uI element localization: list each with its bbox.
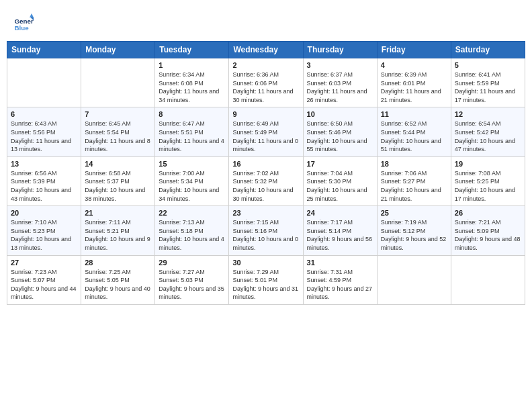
calendar-cell: 8Sunrise: 6:47 AM Sunset: 5:51 PM Daylig… bbox=[155, 107, 229, 156]
day-number: 8 bbox=[159, 110, 225, 118]
weekday-header-saturday: Saturday bbox=[451, 42, 525, 58]
day-number: 22 bbox=[159, 209, 225, 217]
cell-content: Sunrise: 7:02 AM Sunset: 5:32 PM Dayligh… bbox=[232, 169, 299, 203]
calendar-week-row: 6Sunrise: 6:43 AM Sunset: 5:56 PM Daylig… bbox=[7, 107, 525, 156]
day-number: 20 bbox=[11, 209, 77, 217]
cell-content: Sunrise: 6:43 AM Sunset: 5:56 PM Dayligh… bbox=[11, 120, 77, 153]
calendar-cell: 12Sunrise: 6:54 AM Sunset: 5:42 PM Dayli… bbox=[451, 107, 525, 156]
weekday-header-row: SundayMondayTuesdayWednesdayThursdayFrid… bbox=[7, 42, 525, 58]
day-number: 5 bbox=[455, 61, 521, 69]
cell-content: Sunrise: 7:21 AM Sunset: 5:09 PM Dayligh… bbox=[455, 218, 521, 252]
cell-content: Sunrise: 6:50 AM Sunset: 5:46 PM Dayligh… bbox=[307, 120, 373, 153]
cell-content: Sunrise: 7:06 AM Sunset: 5:27 PM Dayligh… bbox=[381, 169, 447, 203]
cell-content: Sunrise: 7:10 AM Sunset: 5:23 PM Dayligh… bbox=[11, 218, 77, 252]
day-number: 28 bbox=[85, 259, 151, 267]
cell-content: Sunrise: 6:58 AM Sunset: 5:37 PM Dayligh… bbox=[85, 169, 151, 203]
calendar-cell: 22Sunrise: 7:13 AM Sunset: 5:18 PM Dayli… bbox=[155, 206, 229, 255]
day-number: 14 bbox=[85, 160, 151, 168]
calendar-week-row: 1Sunrise: 6:34 AM Sunset: 6:08 PM Daylig… bbox=[7, 58, 525, 107]
logo: General Blue bbox=[13, 13, 34, 34]
day-number: 9 bbox=[232, 110, 299, 118]
cell-content: Sunrise: 6:54 AM Sunset: 5:42 PM Dayligh… bbox=[455, 120, 521, 153]
day-number: 11 bbox=[381, 110, 447, 118]
page-header: General Blue bbox=[7, 7, 525, 37]
cell-content: Sunrise: 7:08 AM Sunset: 5:25 PM Dayligh… bbox=[455, 169, 521, 203]
calendar-week-row: 27Sunrise: 7:23 AM Sunset: 5:07 PM Dayli… bbox=[7, 255, 525, 304]
weekday-header-friday: Friday bbox=[377, 42, 451, 58]
calendar-cell bbox=[451, 255, 525, 304]
calendar-cell: 13Sunrise: 6:56 AM Sunset: 5:39 PM Dayli… bbox=[7, 156, 81, 205]
weekday-header-monday: Monday bbox=[81, 42, 155, 58]
day-number: 4 bbox=[381, 61, 447, 69]
calendar-cell: 26Sunrise: 7:21 AM Sunset: 5:09 PM Dayli… bbox=[451, 206, 525, 255]
day-number: 23 bbox=[232, 209, 299, 217]
calendar-cell: 15Sunrise: 7:00 AM Sunset: 5:34 PM Dayli… bbox=[155, 156, 229, 205]
calendar-cell: 30Sunrise: 7:29 AM Sunset: 5:01 PM Dayli… bbox=[229, 255, 303, 304]
day-number: 29 bbox=[159, 259, 225, 267]
day-number: 19 bbox=[455, 160, 521, 168]
day-number: 24 bbox=[307, 209, 373, 217]
cell-content: Sunrise: 6:52 AM Sunset: 5:44 PM Dayligh… bbox=[381, 120, 447, 153]
cell-content: Sunrise: 7:13 AM Sunset: 5:18 PM Dayligh… bbox=[159, 218, 225, 252]
day-number: 25 bbox=[381, 209, 447, 217]
cell-content: Sunrise: 6:34 AM Sunset: 6:08 PM Dayligh… bbox=[159, 71, 225, 104]
calendar-cell: 25Sunrise: 7:19 AM Sunset: 5:12 PM Dayli… bbox=[377, 206, 451, 255]
cell-content: Sunrise: 6:47 AM Sunset: 5:51 PM Dayligh… bbox=[159, 120, 225, 153]
calendar-cell: 2Sunrise: 6:36 AM Sunset: 6:06 PM Daylig… bbox=[229, 58, 303, 107]
calendar-cell: 21Sunrise: 7:11 AM Sunset: 5:21 PM Dayli… bbox=[81, 206, 155, 255]
calendar-cell: 5Sunrise: 6:41 AM Sunset: 5:59 PM Daylig… bbox=[451, 58, 525, 107]
weekday-header-thursday: Thursday bbox=[303, 42, 377, 58]
cell-content: Sunrise: 6:37 AM Sunset: 6:03 PM Dayligh… bbox=[307, 71, 373, 104]
day-number: 17 bbox=[307, 160, 373, 168]
cell-content: Sunrise: 7:17 AM Sunset: 5:14 PM Dayligh… bbox=[307, 218, 373, 252]
calendar-cell: 10Sunrise: 6:50 AM Sunset: 5:46 PM Dayli… bbox=[303, 107, 377, 156]
logo-icon: General Blue bbox=[13, 13, 34, 34]
cell-content: Sunrise: 7:23 AM Sunset: 5:07 PM Dayligh… bbox=[11, 268, 77, 302]
calendar-week-row: 13Sunrise: 6:56 AM Sunset: 5:39 PM Dayli… bbox=[7, 156, 525, 205]
day-number: 27 bbox=[11, 259, 77, 267]
day-number: 10 bbox=[307, 110, 373, 118]
day-number: 13 bbox=[11, 160, 77, 168]
calendar-cell: 19Sunrise: 7:08 AM Sunset: 5:25 PM Dayli… bbox=[451, 156, 525, 205]
calendar-cell: 28Sunrise: 7:25 AM Sunset: 5:05 PM Dayli… bbox=[81, 255, 155, 304]
cell-content: Sunrise: 6:45 AM Sunset: 5:54 PM Dayligh… bbox=[85, 120, 151, 153]
calendar-cell: 27Sunrise: 7:23 AM Sunset: 5:07 PM Dayli… bbox=[7, 255, 81, 304]
calendar-cell: 4Sunrise: 6:39 AM Sunset: 6:01 PM Daylig… bbox=[377, 58, 451, 107]
calendar-cell: 31Sunrise: 7:31 AM Sunset: 4:59 PM Dayli… bbox=[303, 255, 377, 304]
day-number: 7 bbox=[85, 110, 151, 118]
cell-content: Sunrise: 6:36 AM Sunset: 6:06 PM Dayligh… bbox=[232, 71, 299, 104]
cell-content: Sunrise: 7:11 AM Sunset: 5:21 PM Dayligh… bbox=[85, 218, 151, 252]
calendar-cell: 7Sunrise: 6:45 AM Sunset: 5:54 PM Daylig… bbox=[81, 107, 155, 156]
calendar-cell: 16Sunrise: 7:02 AM Sunset: 5:32 PM Dayli… bbox=[229, 156, 303, 205]
calendar-week-row: 20Sunrise: 7:10 AM Sunset: 5:23 PM Dayli… bbox=[7, 206, 525, 255]
calendar-cell: 29Sunrise: 7:27 AM Sunset: 5:03 PM Dayli… bbox=[155, 255, 229, 304]
calendar-cell: 20Sunrise: 7:10 AM Sunset: 5:23 PM Dayli… bbox=[7, 206, 81, 255]
calendar-cell: 17Sunrise: 7:04 AM Sunset: 5:30 PM Dayli… bbox=[303, 156, 377, 205]
cell-content: Sunrise: 7:00 AM Sunset: 5:34 PM Dayligh… bbox=[159, 169, 225, 203]
cell-content: Sunrise: 6:56 AM Sunset: 5:39 PM Dayligh… bbox=[11, 169, 77, 203]
weekday-header-sunday: Sunday bbox=[7, 42, 81, 58]
calendar-cell: 6Sunrise: 6:43 AM Sunset: 5:56 PM Daylig… bbox=[7, 107, 81, 156]
svg-text:Blue: Blue bbox=[15, 24, 30, 32]
day-number: 18 bbox=[381, 160, 447, 168]
calendar-cell: 11Sunrise: 6:52 AM Sunset: 5:44 PM Dayli… bbox=[377, 107, 451, 156]
calendar-cell bbox=[377, 255, 451, 304]
calendar-cell: 24Sunrise: 7:17 AM Sunset: 5:14 PM Dayli… bbox=[303, 206, 377, 255]
cell-content: Sunrise: 7:04 AM Sunset: 5:30 PM Dayligh… bbox=[307, 169, 373, 203]
day-number: 31 bbox=[307, 259, 373, 267]
calendar-cell: 14Sunrise: 6:58 AM Sunset: 5:37 PM Dayli… bbox=[81, 156, 155, 205]
cell-content: Sunrise: 7:19 AM Sunset: 5:12 PM Dayligh… bbox=[381, 218, 447, 252]
calendar-cell: 23Sunrise: 7:15 AM Sunset: 5:16 PM Dayli… bbox=[229, 206, 303, 255]
cell-content: Sunrise: 7:29 AM Sunset: 5:01 PM Dayligh… bbox=[232, 268, 299, 302]
day-number: 1 bbox=[159, 61, 225, 69]
calendar-table: SundayMondayTuesdayWednesdayThursdayFrid… bbox=[7, 41, 525, 305]
weekday-header-wednesday: Wednesday bbox=[229, 42, 303, 58]
day-number: 15 bbox=[159, 160, 225, 168]
day-number: 12 bbox=[455, 110, 521, 118]
cell-content: Sunrise: 6:39 AM Sunset: 6:01 PM Dayligh… bbox=[381, 71, 447, 104]
calendar-cell: 3Sunrise: 6:37 AM Sunset: 6:03 PM Daylig… bbox=[303, 58, 377, 107]
weekday-header-tuesday: Tuesday bbox=[155, 42, 229, 58]
cell-content: Sunrise: 7:31 AM Sunset: 4:59 PM Dayligh… bbox=[307, 268, 373, 302]
cell-content: Sunrise: 7:27 AM Sunset: 5:03 PM Dayligh… bbox=[159, 268, 225, 302]
day-number: 2 bbox=[232, 61, 299, 69]
